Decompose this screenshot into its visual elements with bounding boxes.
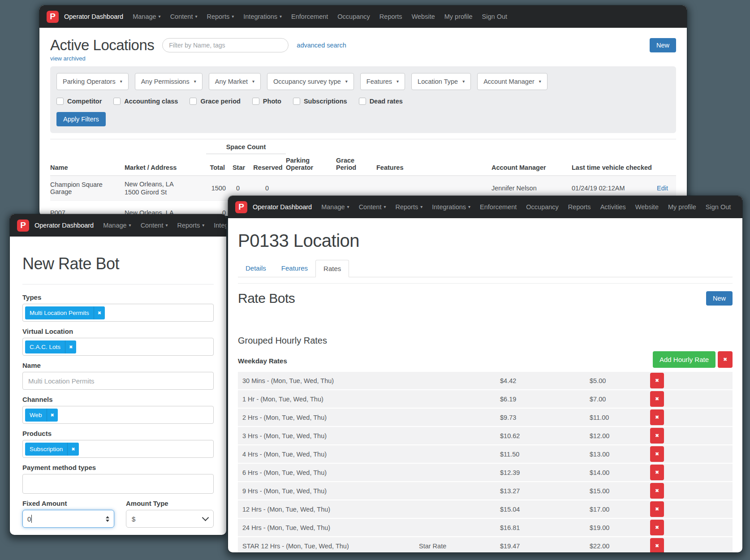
nav-item-occupancy[interactable]: Occupancy bbox=[526, 203, 559, 211]
filter-occupancy-survey-type[interactable]: Occupancy survey type▾ bbox=[267, 73, 354, 90]
tab-details[interactable]: Details bbox=[238, 260, 274, 277]
apply-filters-button[interactable]: Apply Filters bbox=[56, 112, 106, 126]
number-stepper[interactable] bbox=[106, 516, 109, 522]
add-hourly-rate-button[interactable]: Add Hourly Rate bbox=[653, 351, 716, 368]
filter-permissions[interactable]: Any Permissions▾ bbox=[135, 73, 203, 90]
delete-rate-button[interactable]: ✖ bbox=[650, 428, 664, 444]
checkbox-icon[interactable] bbox=[293, 98, 300, 105]
brand-title[interactable]: Operator Dashboard bbox=[64, 13, 123, 20]
filter-parking-operators[interactable]: Parking Operators▾ bbox=[56, 73, 129, 90]
nav-item-sign-out[interactable]: Sign Out bbox=[482, 13, 507, 20]
amount-type-select[interactable]: $ bbox=[126, 510, 214, 528]
search-input[interactable] bbox=[162, 38, 289, 52]
products-input[interactable]: Subscription✖ bbox=[22, 440, 214, 458]
delete-rate-button[interactable]: ✖ bbox=[650, 409, 664, 425]
name-field[interactable] bbox=[22, 372, 214, 390]
nav-item-occupancy[interactable]: Occupancy bbox=[337, 13, 370, 20]
nav-item-integrations[interactable]: Integrations▾ bbox=[214, 222, 226, 229]
delete-rate-button[interactable]: ✖ bbox=[650, 520, 664, 535]
tab-features[interactable]: Features bbox=[274, 260, 315, 277]
view-archived-link[interactable]: view archived bbox=[50, 55, 86, 62]
nav-item-website[interactable]: Website bbox=[412, 13, 435, 20]
edit-link[interactable]: Edit bbox=[657, 185, 668, 192]
nav-item-reports-2[interactable]: Reports bbox=[568, 203, 591, 211]
remove-tag-button[interactable]: ✖ bbox=[65, 340, 76, 353]
new-location-button[interactable]: New bbox=[650, 38, 676, 52]
stepper-down-icon[interactable] bbox=[106, 520, 109, 522]
nav-item-enforcement[interactable]: Enforcement bbox=[291, 13, 328, 20]
checkbox-grace-period[interactable]: Grace period bbox=[190, 98, 240, 105]
nav-item-integrations[interactable]: Integrations▾ bbox=[432, 203, 470, 211]
nav-item-my-profile[interactable]: My profile bbox=[444, 13, 473, 20]
delete-rate-button[interactable]: ✖ bbox=[650, 501, 664, 517]
delete-rate-button[interactable]: ✖ bbox=[650, 391, 664, 407]
checkbox-dead-rates[interactable]: Dead rates bbox=[359, 98, 403, 105]
nav-item-reports-2[interactable]: Reports bbox=[379, 13, 402, 20]
dropdown-label: Features bbox=[366, 78, 392, 85]
delete-rate-button[interactable]: ✖ bbox=[650, 465, 664, 480]
rate-name: 3 Hrs - (Mon, Tue, Wed, Thu) bbox=[238, 432, 419, 439]
nav-item-website[interactable]: Website bbox=[635, 203, 659, 211]
filter-features[interactable]: Features▾ bbox=[360, 73, 405, 90]
advanced-search-link[interactable]: advanced search bbox=[297, 42, 346, 49]
checkbox-icon[interactable] bbox=[190, 98, 197, 105]
types-input[interactable]: Multi Location Permits✖ bbox=[22, 304, 214, 322]
divider bbox=[238, 283, 733, 284]
checkbox-icon[interactable] bbox=[113, 98, 121, 105]
remove-tag-button[interactable]: ✖ bbox=[47, 409, 58, 422]
checkbox-icon[interactable] bbox=[359, 98, 366, 105]
filter-location-type[interactable]: Location Type▾ bbox=[411, 73, 471, 90]
remove-tag-button[interactable]: ✖ bbox=[67, 443, 78, 456]
nav-item-enforcement[interactable]: Enforcement bbox=[480, 203, 517, 211]
checkbox-subscriptions[interactable]: Subscriptions bbox=[293, 98, 347, 105]
delete-rate-button[interactable]: ✖ bbox=[650, 538, 664, 552]
rate-name: 9 Hrs - (Mon, Tue, Wed, Thu) bbox=[238, 487, 419, 495]
filter-account-manager[interactable]: Account Manager▾ bbox=[477, 73, 547, 90]
new-rate-bot-button[interactable]: New bbox=[706, 291, 733, 306]
delete-rate-button[interactable]: ✖ bbox=[650, 446, 664, 462]
nav-item-manage[interactable]: Manage▾ bbox=[321, 203, 349, 211]
nav-item-manage[interactable]: Manage▾ bbox=[103, 222, 131, 229]
delete-rate-button[interactable]: ✖ bbox=[650, 373, 664, 388]
checkbox-icon[interactable] bbox=[56, 98, 64, 105]
rate-max-amount: $15.00 bbox=[590, 487, 650, 495]
page-title: P0133 Location bbox=[238, 231, 733, 251]
payment-method-types-field[interactable] bbox=[22, 474, 214, 494]
checkbox-icon[interactable] bbox=[252, 98, 259, 105]
nav-item-label: Manage bbox=[321, 203, 345, 211]
nav-item-content[interactable]: Content▾ bbox=[170, 13, 198, 20]
rate-amount: $12.39 bbox=[500, 469, 590, 476]
rate-amount: $6.19 bbox=[500, 396, 590, 403]
remove-tag-button[interactable]: ✖ bbox=[94, 306, 105, 319]
page-title: Active Locations bbox=[50, 37, 154, 54]
nav-item-reports[interactable]: Reports▾ bbox=[177, 222, 204, 229]
nav-item-my-profile[interactable]: My profile bbox=[668, 203, 696, 211]
filter-market[interactable]: Any Market▾ bbox=[209, 73, 261, 90]
brand-title[interactable]: Operator Dashboard bbox=[253, 203, 312, 211]
virtual-location-input[interactable]: C.A.C. Lots✖ bbox=[22, 338, 214, 356]
tab-rates[interactable]: Rates bbox=[315, 260, 349, 277]
nav-item-integrations[interactable]: Integrations▾ bbox=[243, 13, 282, 20]
nav-item-reports[interactable]: Reports▾ bbox=[207, 13, 234, 20]
stepper-up-icon[interactable] bbox=[106, 516, 109, 518]
nav-item-content[interactable]: Content▾ bbox=[359, 203, 386, 211]
checkbox-label: Grace period bbox=[200, 98, 240, 105]
nav-item-sign-out[interactable]: Sign Out bbox=[706, 203, 731, 211]
nav-item-activities[interactable]: Activities bbox=[600, 203, 626, 211]
checkbox-competitor[interactable]: Competitor bbox=[56, 98, 102, 105]
dropdown-label: Any Permissions bbox=[141, 78, 190, 85]
nav-item-content[interactable]: Content▾ bbox=[141, 222, 168, 229]
checkbox-photo[interactable]: Photo bbox=[252, 98, 281, 105]
nav-item-reports[interactable]: Reports▾ bbox=[395, 203, 422, 211]
close-icon: ✖ bbox=[655, 525, 659, 530]
brand-title[interactable]: Operator Dashboard bbox=[34, 222, 94, 229]
tab-bar: Details Features Rates bbox=[238, 260, 733, 277]
nav-item-label: Reports bbox=[379, 13, 402, 20]
delete-group-button[interactable]: ✖ bbox=[718, 351, 733, 368]
active-locations-window: P Operator Dashboard Manage▾ Content▾ Re… bbox=[39, 5, 687, 216]
delete-rate-button[interactable]: ✖ bbox=[650, 483, 664, 499]
nav-item-manage[interactable]: Manage▾ bbox=[133, 13, 160, 20]
fixed-amount-field[interactable]: 0 bbox=[22, 510, 114, 528]
channels-input[interactable]: Web✖ bbox=[22, 406, 214, 424]
checkbox-accounting-class[interactable]: Accounting class bbox=[113, 98, 178, 105]
